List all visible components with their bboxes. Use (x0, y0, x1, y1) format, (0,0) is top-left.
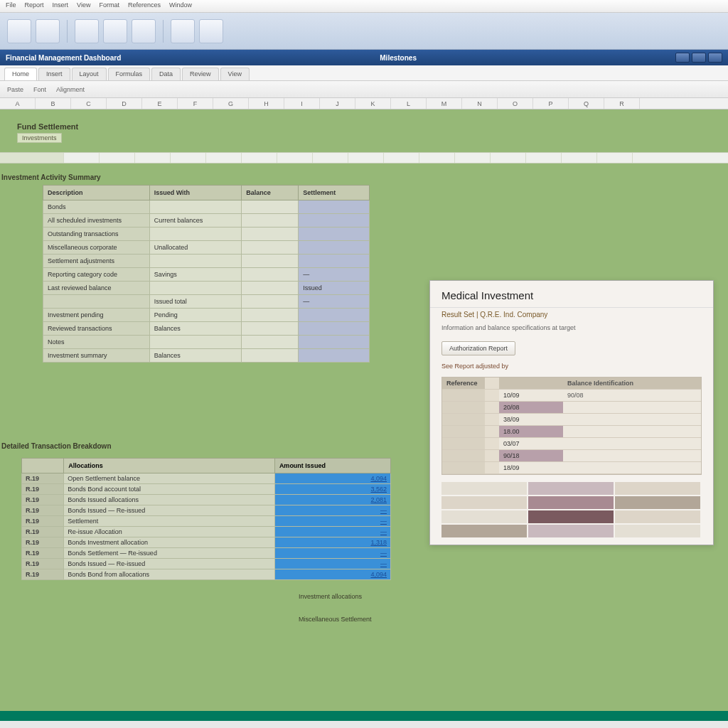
tab-data[interactable]: Data (151, 68, 181, 80)
lg-idx[interactable]: R.19 (22, 495, 64, 505)
col-K[interactable]: K (355, 98, 391, 109)
main-grid-row[interactable]: All scheduled investmentsCurrent balance… (43, 214, 370, 228)
cell[interactable]: Investment summary (43, 349, 150, 363)
menu-insert[interactable]: Insert (53, 1, 69, 11)
lower-grid-row[interactable]: R.19Bonds Issued — Re-issued— (22, 559, 391, 569)
menu-view[interactable]: View (77, 1, 90, 11)
col-F[interactable]: F (178, 98, 213, 109)
main-grid-row[interactable]: Outstanding transactions (43, 228, 370, 241)
lg-cat[interactable]: Open Settlement balance (64, 473, 275, 484)
col-N[interactable]: N (462, 98, 498, 109)
cell[interactable] (299, 214, 370, 228)
ribbon-group-2[interactable]: Font (33, 86, 46, 93)
ribbon-group-3[interactable]: Alignment (56, 86, 85, 93)
sc-row[interactable]: 38/09 (442, 414, 701, 426)
lg-idx[interactable]: R.19 (22, 527, 64, 537)
cell[interactable] (242, 241, 299, 255)
cell[interactable] (242, 309, 299, 322)
cell[interactable] (149, 282, 242, 295)
toolbar-button-5[interactable] (132, 19, 156, 43)
col-E[interactable]: E (142, 98, 178, 109)
cell[interactable] (149, 255, 242, 268)
menu-references[interactable]: References (128, 1, 161, 11)
col-H[interactable]: H (249, 98, 284, 109)
cell[interactable] (242, 349, 299, 363)
lg-hdr-alloc[interactable]: Allocations (64, 459, 275, 473)
lg-amt[interactable]: 2,081 (274, 495, 390, 505)
lg-idx[interactable]: R.19 (22, 537, 64, 548)
lg-cat[interactable]: Bonds Issued — Re-issued (64, 505, 275, 516)
cell[interactable]: Investment pending (43, 309, 150, 322)
lg-amt[interactable]: — (274, 527, 390, 537)
col-D[interactable]: D (107, 98, 142, 109)
lg-amt[interactable]: 4,094 (274, 473, 390, 484)
main-grid-row[interactable]: Last reviewed balanceIssued (43, 282, 370, 295)
sc-row[interactable]: 18.00 (442, 426, 701, 438)
cell[interactable] (299, 228, 370, 241)
cell[interactable]: Bonds (43, 200, 150, 214)
window-close-button[interactable] (708, 53, 722, 63)
lg-cat[interactable]: Bonds Settlement — Re-issued (64, 548, 275, 559)
toolbar-button-4[interactable] (103, 19, 127, 43)
sc-row[interactable]: 20/08 (442, 402, 701, 414)
cell[interactable] (242, 255, 299, 268)
lg-amt[interactable]: 3,562 (274, 484, 390, 495)
lower-grid-row[interactable]: R.19 Re-issue Allocation— (22, 527, 391, 537)
col-B[interactable]: B (36, 98, 71, 109)
cell[interactable]: Settlement adjustments (43, 255, 150, 268)
cell[interactable] (299, 200, 370, 214)
lg-idx[interactable]: R.19 (22, 484, 64, 495)
mg-hdr-issued[interactable]: Issued With (149, 186, 242, 200)
col-J[interactable]: J (320, 98, 355, 109)
tab-layout[interactable]: Layout (72, 68, 107, 80)
lg-amt[interactable]: — (274, 559, 390, 569)
lg-hdr-idx[interactable] (22, 459, 64, 473)
cell[interactable] (242, 282, 299, 295)
lg-cat[interactable]: Bonds Bond account total (64, 484, 275, 495)
col-R[interactable]: R (604, 98, 640, 109)
lg-hdr-amt[interactable]: Amount Issued (274, 459, 390, 473)
sc-row[interactable]: 10/0990/08 (442, 390, 701, 402)
cell[interactable]: Balances (149, 322, 242, 336)
menu-window[interactable]: Window (169, 1, 192, 11)
col-M[interactable]: M (427, 98, 462, 109)
menu-file[interactable]: File (6, 1, 16, 11)
lg-cat[interactable]: Bonds Issued — Re-issued (64, 559, 275, 569)
lg-cat[interactable]: Re-issue Allocation (64, 527, 275, 537)
cell[interactable] (149, 228, 242, 241)
cell[interactable] (242, 336, 299, 349)
cell[interactable]: Outstanding transactions (43, 228, 150, 241)
cell[interactable]: Reporting category code (43, 268, 150, 282)
lower-grid-row[interactable]: R.19Bonds Bond from allocations4,094 (22, 569, 391, 580)
lower-grid-row[interactable]: R.19Bonds Settlement — Re-issued— (22, 548, 391, 559)
cell[interactable]: Current balances (149, 214, 242, 228)
main-grid-row[interactable]: Reporting category codeSavings— (43, 268, 370, 282)
cell[interactable] (149, 336, 242, 349)
lg-idx[interactable]: R.19 (22, 548, 64, 559)
lg-cat[interactable]: Bonds Investment allocation (64, 537, 275, 548)
main-grid-row[interactable]: Bonds (43, 200, 370, 214)
window-min-button[interactable] (675, 53, 690, 63)
lower-grid-row[interactable]: R.19Open Settlement balance4,094 (22, 473, 391, 484)
cell[interactable]: Reviewed transactions (43, 322, 150, 336)
col-A[interactable]: A (0, 98, 36, 109)
cell[interactable] (149, 200, 242, 214)
cell[interactable]: — (299, 268, 370, 282)
lower-grid-row[interactable]: R.19Bonds Bond account total3,562 (22, 484, 391, 495)
lower-grid-row[interactable]: R.19 Settlement— (22, 516, 391, 527)
tab-review[interactable]: Review (182, 68, 219, 80)
cell[interactable]: Pending (149, 309, 242, 322)
col-C[interactable]: C (71, 98, 107, 109)
mg-hdr-desc[interactable]: Description (43, 186, 150, 200)
cell[interactable] (242, 228, 299, 241)
lg-idx[interactable]: R.19 (22, 473, 64, 484)
lg-cat[interactable]: Bonds Issued allocations (64, 495, 275, 505)
cell[interactable] (242, 295, 299, 309)
tab-formulas[interactable]: Formulas (108, 68, 151, 80)
worksheet-area[interactable]: Fund Settlement Investments Investment A… (0, 109, 728, 721)
mg-hdr-balance[interactable]: Balance (242, 186, 299, 200)
main-grid-row[interactable]: Investment pendingPending (43, 309, 370, 322)
toolbar-button-1[interactable] (7, 19, 31, 43)
mg-hdr-settlement[interactable]: Settlement (299, 186, 370, 200)
main-grid-row[interactable]: Miscellaneous corporateUnallocated (43, 241, 370, 255)
